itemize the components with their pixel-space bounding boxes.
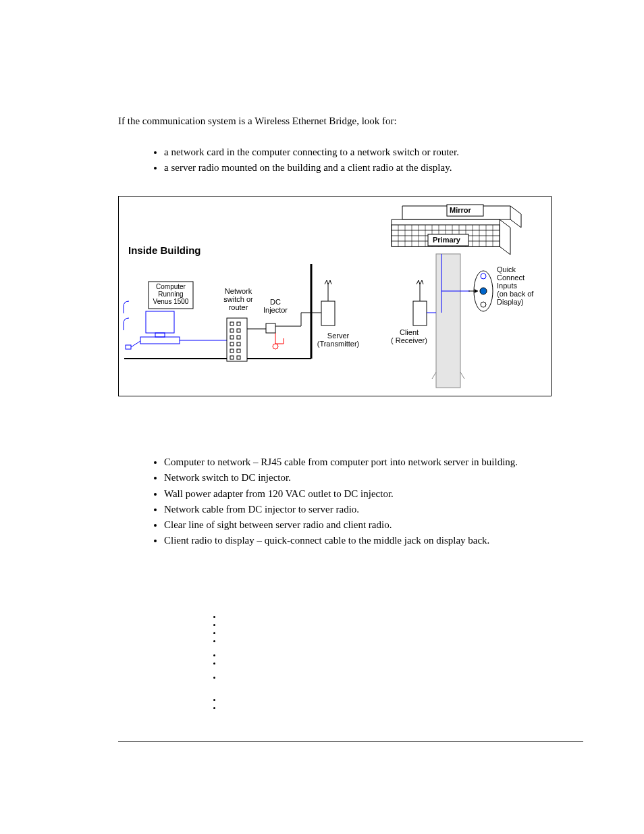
table-header-remedies: Possible Remedies <box>205 590 550 608</box>
label-computer: Computer Running Venus 1500 <box>151 283 191 305</box>
label-inside-building: Inside Building <box>128 245 201 257</box>
label-server: Server (Transmitter) <box>315 332 362 348</box>
list-item: Network switch to DC injector. <box>164 470 583 486</box>
table-row: Cannot connect to display Connect laptop… <box>119 669 550 692</box>
table-row: Cannot connect to display Verify client … <box>119 692 550 714</box>
footer-left: Communicating with the Display: Networks <box>118 745 250 753</box>
svg-rect-31 <box>321 301 335 325</box>
troubleshooting-table: Wireless Ethernet Bridge Networks – Prob… <box>118 572 550 714</box>
label-network-switch: Network switch or router <box>221 287 255 311</box>
intro-paragraph: If the communication system is a Wireles… <box>118 115 583 128</box>
label-primary: Primary <box>433 236 460 244</box>
list-item: a network card in the computer connectin… <box>164 145 583 160</box>
list-item: Network cable from DC injector to server… <box>164 502 583 517</box>
page-footer: Communicating with the Display: Networks… <box>118 741 583 753</box>
figure-caption: Figure 8: Wireless Ethernet Bridge Netwo… <box>118 405 583 415</box>
label-dc-injector: DC Injector <box>262 298 289 314</box>
list-item: Clear line of sight between server radio… <box>164 517 583 533</box>
svg-point-24 <box>273 344 278 349</box>
svg-point-62 <box>480 288 487 294</box>
intro-bullet-list: a network card in the computer connectin… <box>118 145 583 176</box>
connections-bullet-list: Computer to network – RJ45 cable from co… <box>118 454 583 549</box>
subheading-check-connections: Check these connections: <box>118 439 583 450</box>
list-item: Client radio to display – quick-connect … <box>164 533 583 548</box>
svg-rect-2 <box>146 311 174 333</box>
label-mirror: Mirror <box>450 206 471 214</box>
label-quick-connect: Quick Connect Inputs (on back of Display… <box>497 265 544 306</box>
table-header-problem: Problem <box>119 590 205 608</box>
label-client: Client ( Receiver) <box>389 328 429 344</box>
table-row: Cannot connect to display Verify power a… <box>119 647 550 669</box>
svg-rect-23 <box>266 323 275 333</box>
list-item: Wall power adapter from 120 VAC outlet t… <box>164 486 583 502</box>
svg-rect-33 <box>436 254 460 388</box>
svg-line-7 <box>131 341 140 347</box>
list-item: a server radio mounted on the building a… <box>164 160 583 176</box>
svg-rect-34 <box>413 301 427 325</box>
figure-wireless-bridge: Inside Building Mirror Primary Computer … <box>118 196 552 396</box>
page-number: 13 <box>576 745 583 753</box>
list-item: Computer to network – RJ45 cable from co… <box>164 454 583 470</box>
svg-rect-6 <box>126 345 131 349</box>
svg-rect-4 <box>140 337 180 344</box>
table-title: Wireless Ethernet Bridge Networks – Prob… <box>119 572 550 590</box>
svg-rect-3 <box>155 333 165 337</box>
table-row: Cannot connect to display Verify IP addr… <box>119 608 550 647</box>
